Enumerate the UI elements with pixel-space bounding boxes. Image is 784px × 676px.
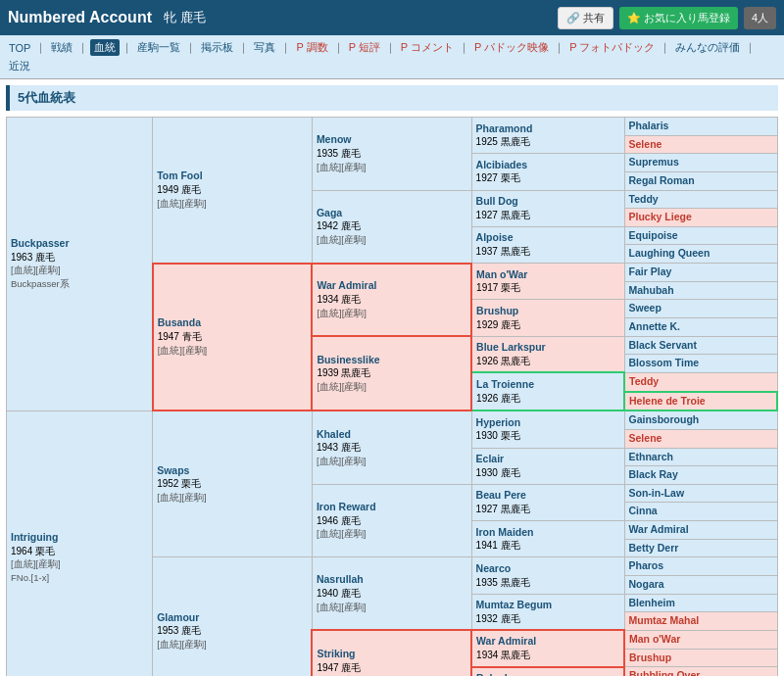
gen3-striking: Striking 1947 鹿毛 [血統][産駒] <box>312 630 471 676</box>
gen3-nasrullah: Nasrullah 1940 鹿毛 [血統][産駒] <box>312 557 471 631</box>
gen3-khaled: Khaled 1943 鹿毛 [血統][産駒] <box>312 410 471 484</box>
nav-top[interactable]: TOP <box>6 41 33 55</box>
nav-p-training[interactable]: P 調数 <box>293 39 330 56</box>
gen5-phalaris: Phalaris <box>624 118 777 136</box>
gen4-nearco: Nearco 1935 黒鹿毛 <box>471 557 624 594</box>
nav-photo[interactable]: 写真 <box>251 39 278 56</box>
gen5-selene2: Selene <box>624 429 777 448</box>
table-row: Intriguing 1964 栗毛 [血統][産駒] FNo.[1-x] Sw… <box>7 410 778 429</box>
gen5-helenedetroie: Helene de Troie <box>624 392 777 411</box>
favorite-button[interactable]: ⭐ お気に入り馬登録 <box>619 7 738 29</box>
gen5-supremus: Supremus <box>624 154 777 172</box>
gen4-eclair: Eclair 1930 鹿毛 <box>471 448 624 484</box>
gen5-selene: Selene <box>624 135 777 154</box>
nav-record[interactable]: 戦績 <box>48 39 75 56</box>
gen4-alcibiades: Alcibiades 1927 栗毛 <box>471 154 624 190</box>
nav-board[interactable]: 掲示板 <box>198 39 236 56</box>
gen5-mahubah: Mahubah <box>624 281 777 300</box>
gen5-ethnarch: Ethnarch <box>624 448 777 466</box>
gen5-brushup2: Brushup <box>624 649 777 667</box>
share-icon: 🔗 <box>566 12 580 24</box>
gen4-manowar: Man o'War 1917 栗毛 <box>471 264 624 300</box>
navigation: TOP ｜ 戦績 ｜ 血統 ｜ 産駒一覧 ｜ 掲示板 ｜ 写真 ｜ P 調数 ｜… <box>0 35 784 79</box>
header: Numbered Account 牝 鹿毛 🔗 共有 ⭐ お気に入り馬登録 4人 <box>0 0 784 35</box>
nav-offspring[interactable]: 産駒一覧 <box>134 39 183 56</box>
gen3-businesslike: Businesslike 1939 黒鹿毛 [血統][産駒] <box>312 336 471 410</box>
nav-p-review[interactable]: P 短評 <box>346 39 383 56</box>
nav-bloodline[interactable]: 血統 <box>90 39 120 56</box>
gen5-waradmiral2: War Admiral <box>624 521 777 540</box>
gen4-waradmiral3: War Admiral 1934 黒鹿毛 <box>471 630 624 666</box>
gen3-waradmiral: War Admiral 1934 鹿毛 [血統][産駒] <box>312 264 471 337</box>
gen4-pharamond: Pharamond 1925 黒鹿毛 <box>471 118 624 154</box>
gen4-hyperion: Hyperion 1930 栗毛 <box>471 410 624 448</box>
gen5-bubblingover: Bubbling Over <box>624 667 777 676</box>
gen5-pluckyliege: Plucky Liege <box>624 209 777 227</box>
gen2-glamour: Glamour 1953 鹿毛 [血統][産駒] <box>153 557 313 676</box>
gen3-gaga: Gaga 1942 鹿毛 [血統][産駒] <box>312 190 471 264</box>
header-actions: 🔗 共有 ⭐ お気に入り馬登録 4人 <box>558 7 776 29</box>
gen3-ironreward: Iron Reward 1946 鹿毛 [血統][産駒] <box>312 484 471 557</box>
gen5-annettek: Annette K. <box>624 318 777 337</box>
gen5-blenheim: Blenheim <box>624 594 777 612</box>
gen5-blackray: Black Ray <box>624 466 777 485</box>
star-icon: ⭐ <box>627 12 641 24</box>
gen5-fairplay: Fair Play <box>624 264 777 282</box>
gen4-ironmaiden: Iron Maiden 1941 鹿毛 <box>471 521 624 557</box>
horse-info: 牝 鹿毛 <box>164 9 206 26</box>
table-row: Buckpasser 1963 鹿毛 [血統][産駒] Buckpasser系 … <box>7 118 778 136</box>
nav-p-comment[interactable]: P コメント <box>398 39 457 56</box>
gen5-teddy2: Teddy <box>624 372 777 391</box>
gen4-latroienne1: La Troienne 1926 鹿毛 <box>471 372 624 410</box>
gen5-mumtazmahal: Mumtaz Mahal <box>624 612 777 631</box>
gen4-babyleague: Baby League 1935 鹿毛 <box>471 667 624 676</box>
gen5-manowar2: Man o'War <box>624 630 777 649</box>
gen4-alpoise: Alpoise 1937 黒鹿毛 <box>471 226 624 263</box>
gen4-bulldog: Bull Dog 1927 黒鹿毛 <box>471 190 624 226</box>
gen2-swaps: Swaps 1952 栗毛 [血統][産駒] <box>153 410 313 557</box>
nav-p-photopadok[interactable]: P フォトパドック <box>566 39 658 56</box>
gen5-laughingqueen: Laughing Queen <box>624 245 777 264</box>
share-button[interactable]: 🔗 共有 <box>558 7 613 29</box>
gen5-blossomtime: Blossom Time <box>624 355 777 373</box>
gen4-mumtazbegum: Mumtaz Begum 1932 鹿毛 <box>471 594 624 630</box>
section-title: 5代血統表 <box>6 85 778 111</box>
gen5-soninlaw: Son-in-Law <box>624 484 777 503</box>
gen5-blackservant: Black Servant <box>624 336 777 355</box>
gen5-pharos: Pharos <box>624 557 777 576</box>
gen5-teddy: Teddy <box>624 190 777 209</box>
nav-status[interactable]: 近況 <box>6 58 33 74</box>
gen5-bettyderr: Betty Derr <box>624 539 777 557</box>
gen5-equipoise: Equipoise <box>624 226 777 245</box>
gen5-sweep: Sweep <box>624 300 777 318</box>
gen2-tomfool: Tom Fool 1949 鹿毛 [血統][産駒] <box>153 118 313 264</box>
gen4-beaupere: Beau Pere 1927 黒鹿毛 <box>471 484 624 520</box>
pedigree-table: Buckpasser 1963 鹿毛 [血統][産駒] Buckpasser系 … <box>6 117 778 676</box>
gen5-nogara: Nogara <box>624 576 777 595</box>
count-button[interactable]: 4人 <box>744 7 776 29</box>
gen4-brushup: Brushup 1929 鹿毛 <box>471 300 624 336</box>
gen5-cinna: Cinna <box>624 503 777 521</box>
gen5-regalroman: Regal Roman <box>624 171 777 190</box>
gen1-intriguing: Intriguing 1964 栗毛 [血統][産駒] FNo.[1-x] <box>7 410 153 676</box>
nav-rating[interactable]: みんなの評価 <box>672 39 743 56</box>
gen3-menow: Menow 1935 鹿毛 [血統][産駒] <box>312 118 471 191</box>
gen1-buckpasser: Buckpasser 1963 鹿毛 [血統][産駒] Buckpasser系 <box>7 118 153 411</box>
gen4-bluelarkspur: Blue Larkspur 1926 黒鹿毛 <box>471 336 624 372</box>
page-title: Numbered Account <box>8 9 152 26</box>
gen2-busanda: Busanda 1947 青毛 [血統][産駒] <box>153 264 313 411</box>
nav-p-paddock[interactable]: P パドック映像 <box>471 39 552 56</box>
gen5-gainsborough: Gainsborough <box>624 410 777 429</box>
